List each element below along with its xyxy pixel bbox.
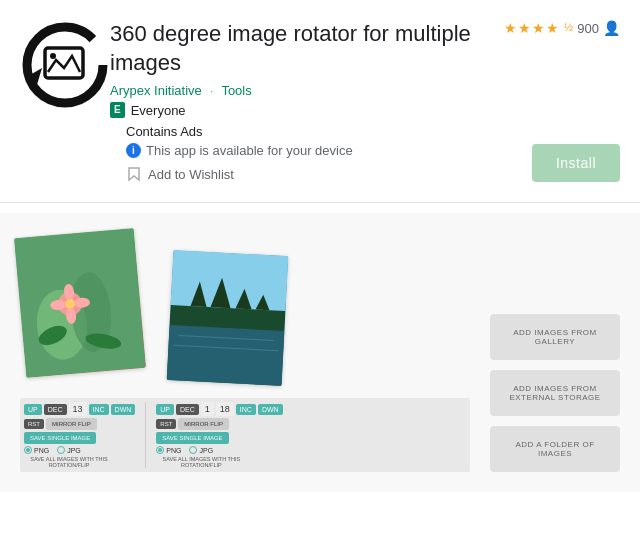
device-available-text: This app is available for your device [146,143,353,158]
screenshots-container: UP DEC 13 INC DWN RST MIRROR FLIP SAVE S… [20,233,620,472]
control-group-2: UP DEC 1 18 INC DWN RST MIRROR FLIP SAVE… [156,402,282,468]
half-star-icon: ½ [564,21,573,33]
count-1: 13 [69,402,87,416]
app-title: 360 degree image rotator for multiple im… [110,20,504,77]
screenshot-1 [14,228,146,378]
up-btn-1[interactable]: UP [24,404,42,415]
count-2a: 1 [201,402,214,416]
svg-rect-18 [167,325,285,386]
header-right: ★★★★ ½ 900 👤 [504,20,620,120]
png-label-2: PNG [166,447,181,454]
content-rating-badge: E [110,102,125,118]
svg-point-3 [50,53,56,59]
save-single-btn-1[interactable]: SAVE SINGLE IMAGE [24,432,96,444]
save-all-text-1: SAVE ALL IMAGES WITH THIS ROTATION/FLIP [24,456,114,468]
star-icons: ★★★★ [504,20,560,36]
user-icon: 👤 [603,20,620,36]
count-2b: 18 [216,402,234,416]
app-info: 360 degree image rotator for multiple im… [110,20,504,120]
controls-divider [145,402,146,468]
content-rating-label: Everyone [131,103,186,118]
info-icon: i [126,143,141,158]
add-folder-btn[interactable]: ADD A FOLDER OF IMAGES [490,426,620,472]
svg-rect-2 [45,48,83,78]
app-actions-row: Contains Ads i This app is available for… [0,120,640,192]
png-option-2[interactable]: PNG [156,446,181,454]
png-option-1[interactable]: PNG [24,446,49,454]
screenshots-row [20,233,470,383]
app-meta-row: Arypex Initiative · Tools [110,83,504,98]
section-divider [0,202,640,203]
save-all-text-2: SAVE ALL IMAGES WITH THIS ROTATION/FLIP [156,456,246,468]
reset-btn-2[interactable]: RST [156,419,176,429]
save-single-btn-2[interactable]: SAVE SINGLE IMAGE [156,432,228,444]
developer-name[interactable]: Arypex Initiative [110,83,202,98]
png-label-1: PNG [34,447,49,454]
add-gallery-btn[interactable]: ADD IMAGES FROM GALLERY [490,314,620,360]
rating-count: 900 [577,21,599,36]
content-rating-row: E Everyone [110,102,504,118]
screenshot-2 [167,250,289,386]
contains-ads: Contains Ads [126,124,353,139]
app-icon [20,20,110,110]
screenshot-left: UP DEC 13 INC DWN RST MIRROR FLIP SAVE S… [20,233,470,472]
bookmark-icon [126,166,142,182]
rating-row: ★★★★ ½ 900 👤 [504,20,620,36]
jpg-option-2[interactable]: JPG [189,446,213,454]
wishlist-icon-wrapper [126,166,142,182]
up-btn-2[interactable]: UP [156,404,174,415]
add-external-btn[interactable]: ADD IMAGES FROM EXTERNAL STORAGE [490,370,620,416]
radio-group-1: PNG JPG [24,446,135,454]
app-details-col: Contains Ads i This app is available for… [126,124,353,182]
dec-btn-1[interactable]: DEC [44,404,67,415]
inc-btn-1[interactable]: INC [89,404,109,415]
wishlist-row[interactable]: Add to Wishlist [126,166,353,182]
app-header: 360 degree image rotator for multiple im… [0,0,640,120]
wishlist-label[interactable]: Add to Wishlist [148,167,234,182]
screenshot-right: ADD IMAGES FROM GALLERY ADD IMAGES FROM … [490,314,620,472]
mirror-flip-btn-2[interactable]: MIRROR FLIP [178,418,229,430]
screenshots-section: UP DEC 13 INC DWN RST MIRROR FLIP SAVE S… [0,213,640,492]
inc-btn-2[interactable]: INC [236,404,256,415]
jpg-label-2: JPG [199,447,213,454]
install-button[interactable]: Install [532,144,620,182]
install-area: Install [532,144,620,182]
mirror-flip-btn-1[interactable]: MIRROR FLIP [46,418,97,430]
dec-btn-2[interactable]: DEC [176,404,199,415]
control-group-1: UP DEC 13 INC DWN RST MIRROR FLIP SAVE S… [24,402,135,468]
radio-group-2: PNG JPG [156,446,282,454]
reset-btn-1[interactable]: RST [24,419,44,429]
app-category[interactable]: Tools [221,83,251,98]
meta-separator: · [210,83,214,98]
dwn-btn-1[interactable]: DWN [111,404,136,415]
device-available-row: i This app is available for your device [126,143,353,158]
dwn-btn-2[interactable]: DWN [258,404,283,415]
controls-row-1: UP DEC 13 INC DWN RST MIRROR FLIP SAVE S… [20,398,470,472]
jpg-option-1[interactable]: JPG [57,446,81,454]
jpg-label-1: JPG [67,447,81,454]
